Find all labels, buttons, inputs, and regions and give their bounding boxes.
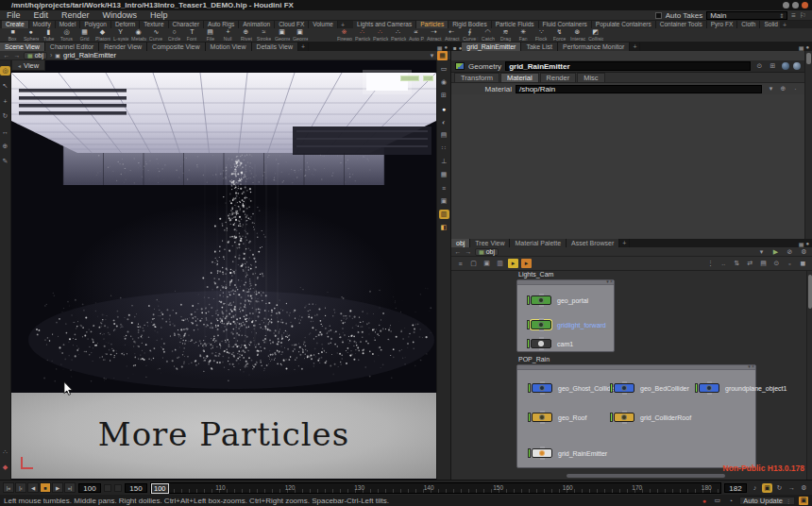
shelf-tool-auto-paren[interactable]: ∝Auto Paren... [407, 28, 425, 42]
shelf-tab-create[interactable]: Create [2, 21, 29, 28]
node-tile[interactable] [532, 448, 552, 458]
snap-options-icon[interactable]: ∴ [0, 447, 10, 457]
scene-tab-composite-view[interactable]: Composite View [147, 42, 205, 51]
scene-viewport[interactable]: View More Particles [11, 60, 436, 480]
node-gridlight-forward[interactable]: gridlight_forward [527, 320, 606, 329]
snapshot-icon[interactable]: ▥ [439, 210, 449, 219]
shelf-tab-character[interactable]: Character [169, 21, 205, 28]
node-ring-icon[interactable]: ▥ [495, 259, 505, 268]
menu-help[interactable]: Help [144, 10, 175, 20]
node-tile[interactable] [532, 383, 552, 393]
viewport-state-tab[interactable]: View [11, 60, 45, 71]
scene-tab-render-view[interactable]: Render View [99, 42, 147, 51]
pane-split-icon[interactable]: ▦ [799, 44, 804, 51]
shelf-tab-lights-and-cameras[interactable]: Lights and Cameras [353, 21, 416, 28]
node-geo-ghost-collider[interactable]: geo_Ghost_Collider [528, 383, 617, 393]
shelf-tool-interact[interactable]: ⊛Interact [568, 28, 586, 42]
key-icon[interactable]: ◆ [0, 463, 10, 472]
prev-frame-button[interactable]: ◀ [27, 482, 39, 493]
display-flag-icon[interactable]: ▸ [508, 259, 518, 268]
more-icon[interactable]: ⋮ [705, 259, 716, 268]
node-tile[interactable] [531, 339, 551, 348]
shelf-tool-fireworks[interactable]: ※Fireworks [335, 28, 353, 42]
connectivity-icon[interactable]: ≡ [455, 259, 465, 268]
playback-options-icon[interactable]: ▣ [762, 483, 772, 493]
params-tab-grid-rainemitter[interactable]: grid_RainEmitter [462, 42, 521, 51]
edit-tool-icon[interactable]: ✎ [0, 157, 10, 166]
gear-icon[interactable]: ⚙ [799, 247, 809, 257]
scene-tab-channel-editor[interactable]: Channel Editor [45, 42, 99, 51]
shelf-tool-rivet[interactable]: ⊕Rivet [237, 28, 255, 42]
jump-end-button[interactable]: »| [64, 482, 76, 493]
shelf-tool-particles-f[interactable]: ∴Particles f... [353, 28, 371, 42]
shelf-tool-force[interactable]: ↯Force [550, 28, 568, 42]
shelf-tab-animation[interactable]: Animation [239, 21, 275, 28]
scene-add-tab-button[interactable]: + [298, 42, 309, 51]
network-box-titlebar[interactable] [517, 365, 755, 370]
shelf-tool-tube[interactable]: ▮Tube [40, 28, 58, 42]
shelf-tool-particles-f[interactable]: ∴Particles f... [371, 28, 389, 42]
shelf-tool-catch[interactable]: ◠Catch [479, 28, 497, 42]
shelf-tab-fluid-containers[interactable]: Fluid Containers [539, 21, 592, 28]
frame-all-icon[interactable]: ⊞ [439, 91, 449, 100]
node-name-display-icon[interactable]: ▢ [468, 259, 479, 268]
node-tile[interactable] [531, 320, 551, 329]
maximize-button[interactable] [792, 2, 799, 8]
network-editor-canvas[interactable]: POP_Raingeo_Ghost_Collidergeo_BedCollide… [451, 271, 812, 480]
menu-windows[interactable]: Windows [96, 10, 144, 20]
shelf-tool-curve-force[interactable]: ∮Curve Force [461, 28, 479, 42]
render-flag-icon[interactable]: ▸ [521, 259, 532, 268]
path-dropdown-icon[interactable]: ▾ [427, 51, 437, 60]
close-button[interactable] [802, 2, 808, 8]
search-nodes-icon[interactable]: ⊙ [771, 259, 782, 268]
cache-meter-icon[interactable]: ◔ [725, 496, 736, 505]
flag-icon[interactable]: ⚐ [800, 11, 806, 20]
points-display-icon[interactable]: ∷ [439, 143, 449, 153]
node-tile[interactable] [614, 413, 634, 422]
network-box-pop-rain[interactable]: POP_Raingeo_Ghost_Collidergeo_BedCollide… [516, 364, 756, 468]
node-name-field[interactable]: grid_RainEmitter [505, 61, 751, 71]
node-tile[interactable] [531, 295, 551, 305]
pane-menu-icon[interactable]: ● [805, 44, 809, 51]
network-tab-obj[interactable]: obj [451, 239, 470, 247]
prev-node-button[interactable] [782, 62, 789, 70]
shelf-tab-auto-rigs[interactable]: Auto Rigs [204, 21, 239, 28]
shelf-tool-grid[interactable]: ▦Grid [76, 28, 93, 42]
next-frame-button[interactable]: ▶ [52, 482, 63, 493]
node-tile[interactable] [699, 383, 719, 393]
display-flag-icon[interactable] [528, 383, 531, 393]
white-sphere-icon[interactable]: ● [439, 104, 449, 113]
material-path-field[interactable]: /shop/Rain [516, 85, 762, 93]
play-icon[interactable]: ▶ [770, 247, 781, 257]
params-add-tab-button[interactable]: + [630, 42, 640, 51]
param-scrollbar-thumb[interactable] [806, 53, 811, 64]
shelf-tool-drag[interactable]: ≋Drag [497, 28, 515, 42]
shelf-tab-cloth[interactable]: Cloth [737, 21, 760, 28]
shelf-tab-particle-fluids[interactable]: Particle Fluids [492, 21, 539, 28]
scene-tab-details-view[interactable]: Details View [252, 42, 298, 51]
range-end-field[interactable]: 150 [125, 483, 147, 493]
shelf-tool-circle[interactable]: ○Circle [165, 28, 183, 42]
ladder-icon[interactable]: · [790, 84, 801, 93]
range-slider-icon[interactable] [114, 484, 122, 492]
param-scrollbar[interactable] [804, 51, 812, 239]
op-picker-icon[interactable]: ⊕ [778, 84, 788, 93]
param-folder-tab-render[interactable]: Render [540, 73, 577, 82]
shelf-tool-geometry[interactable]: ▣Geometry... [273, 28, 291, 42]
render-region-icon[interactable]: ◧ [439, 223, 449, 232]
grid-display-icon[interactable]: ▦ [439, 170, 449, 179]
node-cam1[interactable]: cam1 [527, 339, 573, 348]
network-tab-tree-view[interactable]: Tree View [470, 239, 510, 247]
node-tile[interactable] [532, 413, 552, 422]
shelf-tool-attract-to[interactable]: ⇠Attract to ... [443, 28, 461, 42]
dots-icon[interactable]: ∙∙ [719, 259, 729, 268]
camera-view-icon[interactable]: ◉ [439, 77, 449, 87]
node-geo-portal[interactable]: geo_portal [527, 295, 588, 305]
display-flag-icon[interactable] [528, 413, 531, 422]
menu-edit[interactable]: Edit [27, 10, 56, 20]
shelf-tool-curve[interactable]: ∿Curve [147, 28, 165, 42]
shelf-tool-box[interactable]: ■Box [4, 28, 22, 42]
end-frame-field[interactable]: 182 [724, 483, 747, 493]
path-dropdown-icon[interactable]: ▾ [756, 247, 767, 257]
network-add-tab-button[interactable]: + [619, 239, 630, 247]
